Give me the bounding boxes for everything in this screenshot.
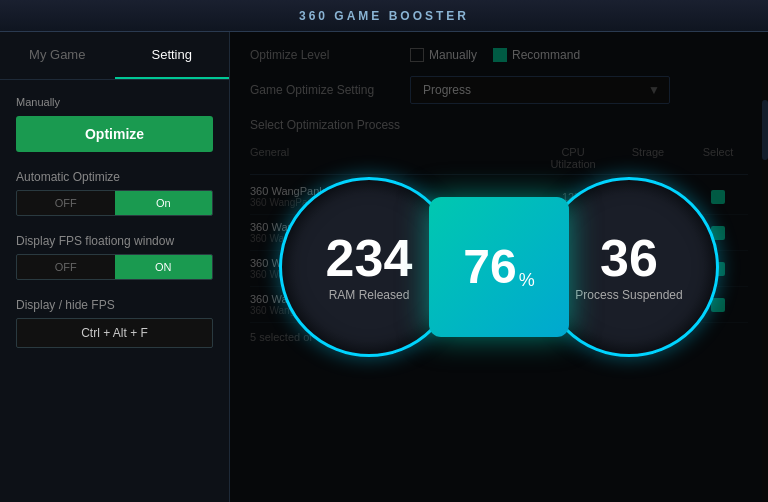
recommand-checkbox-box bbox=[493, 48, 507, 62]
optimize-level-label: Optimize Level bbox=[250, 48, 410, 62]
progress-dropdown[interactable]: Progress bbox=[410, 76, 670, 104]
stats-overlay: 234 RAM Released 76 % 36 Process Suspend… bbox=[279, 177, 719, 357]
ram-released-label: RAM Released bbox=[329, 288, 410, 302]
display-fps-toggle[interactable]: OFF ON bbox=[16, 254, 213, 280]
display-fps-label: Display FPS floationg window bbox=[16, 234, 213, 248]
recommand-checkbox-label: Recommand bbox=[512, 48, 580, 62]
optimize-level-row: Optimize Level Manually Recommand bbox=[250, 48, 748, 62]
tab-setting[interactable]: Setting bbox=[115, 32, 230, 79]
center-gauge: 76 % bbox=[429, 197, 569, 337]
auto-toggle-on[interactable]: On bbox=[115, 191, 213, 215]
title-bar: 360 GAME BOOSTER bbox=[0, 0, 768, 32]
col-select-header: Select bbox=[688, 146, 748, 170]
ram-released-number: 234 bbox=[326, 232, 413, 284]
display-toggle-on[interactable]: ON bbox=[115, 255, 213, 279]
scrollbar-thumb[interactable] bbox=[762, 100, 768, 160]
scrollbar[interactable] bbox=[762, 80, 768, 502]
main-container: My Game Setting Manually Optimize Automa… bbox=[0, 32, 768, 502]
col-cpu-header: CPU Utilzation bbox=[538, 146, 608, 170]
manually-checkbox-label: Manually bbox=[429, 48, 477, 62]
process-suspended-number: 36 bbox=[600, 232, 658, 284]
sidebar-content: Manually Optimize Automatic Optimize OFF… bbox=[0, 80, 229, 364]
auto-optimize-label: Automatic Optimize bbox=[16, 170, 213, 184]
sidebar: My Game Setting Manually Optimize Automa… bbox=[0, 32, 230, 502]
manually-label: Manually bbox=[16, 96, 213, 108]
gauge-percent: 76 bbox=[463, 243, 516, 291]
col-general-header: General bbox=[250, 146, 538, 170]
manually-checkbox[interactable]: Manually bbox=[410, 48, 477, 62]
optimize-button[interactable]: Optimize bbox=[16, 116, 213, 152]
dropdown-wrapper: Progress ▼ bbox=[410, 76, 660, 104]
game-optimize-label: Game Optimize Setting bbox=[250, 83, 410, 97]
table-header: General CPU Utilzation Strage Select bbox=[250, 142, 748, 175]
app-title: 360 GAME BOOSTER bbox=[299, 9, 469, 23]
content-area: Optimize Level Manually Recommand Game O… bbox=[230, 32, 768, 502]
select-process-title: Select Optimization Process bbox=[250, 118, 748, 132]
auto-optimize-toggle[interactable]: OFF On bbox=[16, 190, 213, 216]
display-toggle-off[interactable]: OFF bbox=[17, 255, 115, 279]
tab-my-game[interactable]: My Game bbox=[0, 32, 115, 79]
hotkey-display: Ctrl + Alt + F bbox=[16, 318, 213, 348]
process-suspended-label: Process Suspended bbox=[575, 288, 682, 302]
manually-checkbox-box bbox=[410, 48, 424, 62]
auto-toggle-off[interactable]: OFF bbox=[17, 191, 115, 215]
recommand-checkbox[interactable]: Recommand bbox=[493, 48, 580, 62]
tabs: My Game Setting bbox=[0, 32, 229, 80]
hide-show-label: Display / hide FPS bbox=[16, 298, 213, 312]
game-optimize-row: Game Optimize Setting Progress ▼ bbox=[250, 76, 748, 104]
gauge-unit: % bbox=[519, 270, 535, 291]
col-storage-header: Strage bbox=[608, 146, 688, 170]
